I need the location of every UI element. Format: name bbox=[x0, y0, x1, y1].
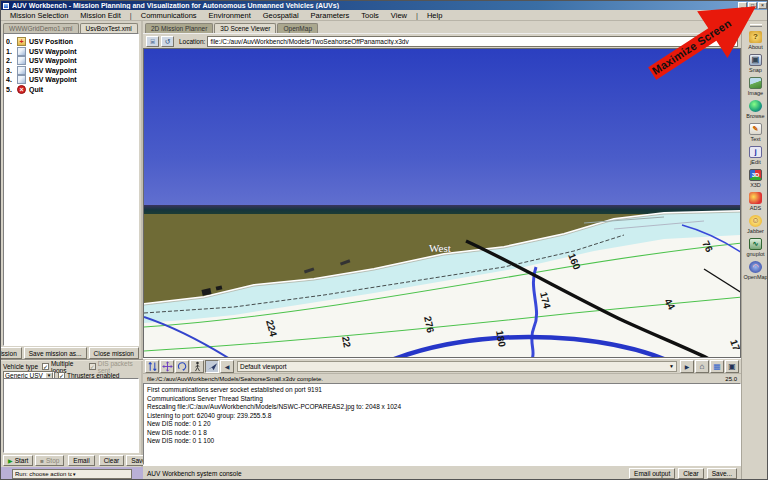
window-title: AUV Workbench - Mission Planning and Vis… bbox=[12, 2, 738, 9]
nautical-chart-terrain: 22422276180174160447617 bbox=[144, 209, 741, 358]
menu-item-view[interactable]: View bbox=[385, 11, 413, 20]
scene-3d-viewport[interactable]: 22422276180174160447617 West bbox=[143, 48, 741, 358]
mission-output-area[interactable] bbox=[3, 378, 139, 453]
menu-separator: | bbox=[127, 11, 135, 20]
prev-viewpoint-icon[interactable]: ◀ bbox=[220, 360, 234, 373]
execution-controls: ▶Start ■Stop Email Clear Save... bbox=[1, 453, 143, 467]
console-clear-button[interactable]: Clear bbox=[678, 468, 704, 479]
quit-icon: × bbox=[17, 85, 26, 94]
tool-ads[interactable]: ADS bbox=[743, 192, 768, 215]
image-icon bbox=[749, 77, 762, 89]
tree-item[interactable]: 0.+USV Position bbox=[6, 37, 136, 46]
app-icon bbox=[3, 3, 9, 9]
tool-gnuplot[interactable]: ∿gnuplot bbox=[743, 238, 768, 261]
menu-separator: | bbox=[413, 11, 421, 20]
snap-icon: ▣ bbox=[749, 54, 762, 66]
save-mission-button[interactable]: Save mission bbox=[0, 347, 22, 359]
jedit-icon: j bbox=[749, 146, 762, 158]
close-mission-button[interactable]: Close mission bbox=[89, 347, 139, 359]
menu-item-environment[interactable]: Environment bbox=[203, 11, 257, 20]
menu-item-parameters[interactable]: Parameters bbox=[305, 11, 356, 20]
menu-item-mission-selection[interactable]: Mission Selection bbox=[4, 11, 74, 20]
usv-waypoint-icon bbox=[17, 56, 26, 65]
menu-item-tools[interactable]: Tools bbox=[355, 11, 385, 20]
tool-snap[interactable]: ▣Snap bbox=[743, 54, 768, 77]
tree-item[interactable]: 1.USV Waypoint bbox=[6, 47, 136, 56]
view-all-icon[interactable]: ▣ bbox=[725, 360, 739, 373]
tab-openmap[interactable]: OpenMap bbox=[277, 23, 318, 33]
stop-icon: ■ bbox=[40, 458, 44, 464]
mission-panel: WWWGridDemo1.xmlUsvBoxTest.xml 0.+USV Po… bbox=[1, 21, 143, 480]
walk-icon[interactable] bbox=[190, 360, 204, 373]
stop-button[interactable]: ■Stop bbox=[35, 455, 64, 466]
browse-icon bbox=[749, 100, 762, 112]
fly-icon[interactable] bbox=[205, 360, 219, 373]
open-file-icon[interactable]: ⌸ bbox=[146, 36, 159, 47]
usv-waypoint-icon bbox=[17, 75, 26, 84]
usv-waypoint-icon bbox=[17, 66, 26, 75]
auv-workbench-window: AUV Workbench - Mission Planning and Vis… bbox=[0, 0, 768, 480]
gnuplot-icon: ∿ bbox=[749, 238, 762, 250]
viewpoint-select[interactable]: Default viewport ▼ bbox=[237, 361, 677, 372]
rotate-icon[interactable] bbox=[175, 360, 189, 373]
tree-item[interactable]: 5.×Quit bbox=[6, 85, 136, 94]
tab-2d-mission-planner[interactable]: 2D Mission Planner bbox=[145, 23, 213, 33]
mission-tree: 0.+USV Position1.USV Waypoint2.USV Waypo… bbox=[3, 33, 139, 346]
tool-image[interactable]: Image bbox=[743, 77, 768, 100]
chevron-down-icon: ▼ bbox=[669, 363, 674, 369]
console-line: Rescaling file:/C:/auv/AuvWorkbench/Mode… bbox=[147, 403, 737, 412]
tab-wwwgriddemo1-xml[interactable]: WWWGridDemo1.xml bbox=[3, 23, 79, 33]
mission-tabs: WWWGridDemo1.xmlUsvBoxTest.xml bbox=[1, 21, 138, 33]
console-bar: AUV Workbench system console Email outpu… bbox=[143, 465, 741, 480]
save-mission-as-button[interactable]: Save mission as... bbox=[24, 347, 87, 359]
tree-item[interactable]: 4.USV Waypoint bbox=[6, 75, 136, 84]
email-output-button[interactable]: Email output bbox=[629, 468, 675, 479]
menu-item-geospatial[interactable]: Geospatial bbox=[257, 11, 305, 20]
next-viewpoint-icon[interactable]: ▶ bbox=[680, 360, 694, 373]
vehicle-type-label: Vehicle type bbox=[3, 363, 39, 370]
viewer-tabs: 2D Mission Planner3D Scene ViewerOpenMap bbox=[143, 21, 318, 33]
examine-icon[interactable] bbox=[145, 360, 159, 373]
compass-west-label: West bbox=[429, 242, 451, 254]
menu-item-help[interactable]: Help bbox=[421, 11, 448, 20]
menu-item-mission-edit[interactable]: Mission Edit bbox=[74, 11, 126, 20]
tool-jedit[interactable]: jjEdit bbox=[743, 146, 768, 169]
tool-jabber[interactable]: ☺Jabber bbox=[743, 215, 768, 238]
tool-openmap[interactable]: ◠OpenMap bbox=[743, 261, 768, 284]
viewer-panel: 2D Mission Planner3D Scene ViewerOpenMap… bbox=[143, 21, 741, 480]
fit-world-icon[interactable]: ⌂ bbox=[695, 360, 709, 373]
text-icon: ✎ bbox=[749, 123, 762, 135]
viewer-status-bar: file:/C:/auv/AuvWorkbench/Models/Seahors… bbox=[143, 373, 741, 383]
reload-icon[interactable]: ↺ bbox=[161, 36, 174, 47]
tool-browse[interactable]: Browse bbox=[743, 100, 768, 123]
tree-item[interactable]: 2.USV Waypoint bbox=[6, 56, 136, 65]
menu-bar: Mission SelectionMission Edit|Communicat… bbox=[1, 10, 768, 21]
system-console[interactable]: First communications server socket estab… bbox=[143, 383, 741, 465]
look-at-icon[interactable]: ▦ bbox=[710, 360, 724, 373]
tab-3d-scene-viewer[interactable]: 3D Scene Viewer bbox=[214, 23, 276, 33]
email-button[interactable]: Email bbox=[68, 455, 94, 466]
console-line: Communications Server Thread Starting bbox=[147, 395, 737, 404]
tree-item[interactable]: 3.USV Waypoint bbox=[6, 66, 136, 75]
run-action-select[interactable]: Run: choose action to apply to all missi… bbox=[12, 469, 132, 479]
menu-item-communications[interactable]: Communications bbox=[135, 11, 203, 20]
console-save-button[interactable]: Save... bbox=[707, 468, 737, 479]
openmap-icon: ◠ bbox=[749, 261, 762, 273]
console-title: AUV Workbench system console bbox=[147, 470, 626, 477]
start-button[interactable]: ▶Start bbox=[3, 455, 33, 466]
tool-text[interactable]: ✎Text bbox=[743, 123, 768, 146]
tool-x3d[interactable]: 3DX3D bbox=[743, 169, 768, 192]
viewer-toolbar: ◀ Default viewport ▼ ▶ ⌂ ▦ ▣ bbox=[143, 358, 741, 373]
console-line: New DIS node: 0 1 8 bbox=[147, 429, 737, 438]
console-line: First communications server socket estab… bbox=[147, 386, 737, 395]
jabber-icon: ☺ bbox=[749, 215, 762, 227]
x3d-icon: 3D bbox=[749, 169, 762, 181]
console-line: Listening to port: 62040 group: 239.255.… bbox=[147, 412, 737, 421]
fps-counter: 25.0 bbox=[725, 376, 737, 382]
title-bar: AUV Workbench - Mission Planning and Vis… bbox=[1, 1, 768, 10]
pan-icon[interactable] bbox=[160, 360, 174, 373]
clear-button[interactable]: Clear bbox=[99, 455, 125, 466]
ads-icon bbox=[749, 192, 762, 204]
console-line: New DIS node: 0 1 100 bbox=[147, 437, 737, 446]
tab-usvboxtest-xml[interactable]: UsvBoxTest.xml bbox=[80, 23, 138, 33]
